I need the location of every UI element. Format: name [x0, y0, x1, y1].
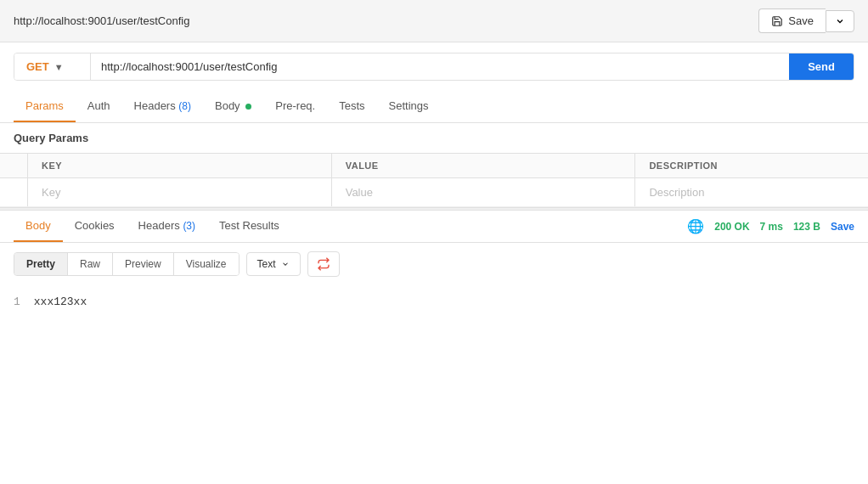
request-bar: GET ▼ Send: [14, 53, 854, 81]
url-input[interactable]: [91, 53, 789, 80]
line-number-1: 1: [14, 295, 20, 308]
word-wrap-button[interactable]: [307, 251, 340, 277]
method-chevron-icon: ▼: [54, 62, 64, 72]
row-value-cell[interactable]: Value: [331, 178, 635, 207]
row-key-cell[interactable]: Key: [28, 178, 332, 207]
row-description-cell[interactable]: Description: [635, 178, 868, 207]
tab-response-headers[interactable]: Headers (3): [127, 211, 207, 242]
response-tabs-bar: Body Cookies Headers (3) Test Results 🌐 …: [0, 211, 868, 243]
visualize-button[interactable]: Visualize: [174, 253, 239, 275]
query-params-section-header: Query Params: [0, 123, 868, 153]
tab-response-body[interactable]: Body: [14, 211, 63, 242]
top-bar-url: http://localhost:9001/user/testConfig: [14, 14, 189, 27]
pretty-button[interactable]: Pretty: [14, 253, 68, 275]
response-status-area: 🌐 200 OK 7 ms 123 B Save: [687, 218, 854, 234]
response-status: 200 OK: [714, 221, 749, 233]
table-header-row: KEY VALUE DESCRIPTION: [0, 154, 868, 178]
response-toolbar: Pretty Raw Preview Visualize Text: [0, 243, 868, 285]
save-response-button[interactable]: Save: [831, 221, 854, 233]
raw-button[interactable]: Raw: [68, 253, 113, 275]
col-description-header: DESCRIPTION: [635, 154, 868, 178]
query-params-table: KEY VALUE DESCRIPTION Key Value Descript…: [0, 153, 868, 207]
response-time: 7 ms: [760, 221, 783, 233]
tab-headers[interactable]: Headers (8): [122, 91, 203, 122]
wrap-icon: [317, 257, 330, 271]
col-key-header: KEY: [28, 154, 332, 178]
headers-badge: (8): [178, 100, 191, 112]
top-bar-actions: Save: [758, 8, 854, 33]
save-label: Save: [788, 14, 814, 27]
format-chevron-icon: [281, 260, 290, 268]
globe-icon: 🌐: [687, 218, 704, 234]
row-checkbox-cell: [0, 178, 28, 207]
line-numbers: 1: [14, 295, 20, 308]
code-area: 1 xxx123xx: [0, 285, 868, 318]
preview-button[interactable]: Preview: [113, 253, 174, 275]
save-dropdown-button[interactable]: [826, 10, 854, 32]
tab-settings[interactable]: Settings: [377, 91, 441, 122]
tab-prereq[interactable]: Pre-req.: [263, 91, 327, 122]
code-content: xxx123xx: [34, 295, 87, 308]
response-size: 123 B: [793, 221, 820, 233]
code-line-1: xxx123xx: [34, 295, 87, 308]
save-button[interactable]: Save: [758, 8, 826, 33]
tab-params[interactable]: Params: [14, 91, 76, 122]
request-tabs-bar: Params Auth Headers (8) Body Pre-req. Te…: [0, 91, 868, 123]
tab-tests[interactable]: Tests: [327, 91, 376, 122]
method-label: GET: [26, 60, 49, 73]
tab-test-results[interactable]: Test Results: [207, 211, 291, 242]
send-button[interactable]: Send: [789, 53, 854, 80]
table-row: Key Value Description: [0, 178, 868, 207]
tab-auth[interactable]: Auth: [76, 91, 122, 122]
format-selector[interactable]: Text: [246, 252, 301, 276]
chevron-down-icon: [835, 16, 845, 26]
tab-body[interactable]: Body: [203, 91, 263, 122]
view-btn-group: Pretty Raw Preview Visualize: [14, 252, 240, 276]
method-selector[interactable]: GET ▼: [14, 53, 91, 80]
col-checkbox-header: [0, 154, 28, 178]
col-value-header: VALUE: [331, 154, 635, 178]
save-icon: [771, 15, 783, 27]
format-label: Text: [257, 258, 276, 270]
top-bar: http://localhost:9001/user/testConfig Sa…: [0, 0, 868, 42]
response-headers-badge: (3): [183, 220, 195, 232]
tab-cookies[interactable]: Cookies: [63, 211, 127, 242]
body-dot-indicator: [245, 104, 251, 110]
